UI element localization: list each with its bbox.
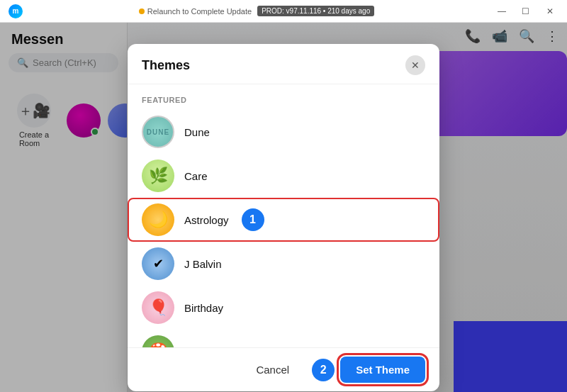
relaunch-dot	[139, 9, 145, 14]
set-theme-button[interactable]: Set Theme	[340, 357, 425, 383]
modal-footer: Cancel 2 Set Theme	[128, 347, 439, 391]
step1-badge: 1	[242, 208, 264, 231]
theme-icon-astrology: 🌙	[142, 203, 174, 236]
theme-name-astrology: Astrology	[184, 214, 229, 226]
minimize-button[interactable]: —	[490, 1, 513, 21]
step2-badge: 2	[312, 359, 335, 381]
theme-item-dune[interactable]: DUNE Dune	[128, 110, 439, 154]
dune-text: DUNE	[147, 128, 169, 136]
modal-close-button[interactable]: ✕	[405, 55, 425, 75]
app-icon: m	[9, 4, 23, 18]
modal-title: Themes	[142, 58, 190, 73]
theme-item-jbalvin[interactable]: ✔ J Balvin	[128, 242, 439, 286]
theme-name-cottagecore: Cottagecore	[184, 346, 242, 348]
theme-item-birthday[interactable]: 🎈 Birthday	[128, 286, 439, 330]
version-badge: PROD: v97.11.116 • 210 days ago	[257, 6, 374, 16]
theme-name-jbalvin: J Balvin	[184, 258, 222, 270]
care-inner: 🌿	[149, 167, 168, 185]
window-title-area: m	[0, 4, 23, 18]
theme-icon-dune: DUNE	[142, 116, 174, 148]
close-button[interactable]: ✕	[539, 1, 561, 21]
theme-icon-jbalvin: ✔	[142, 247, 174, 280]
astrology-inner: 🌙	[149, 211, 168, 229]
theme-item-cottagecore[interactable]: 🍄 Cottagecore	[128, 330, 439, 347]
theme-item-care[interactable]: 🌿 Care	[128, 154, 439, 198]
update-bar: Relaunch to Complete Update PROD: v97.11…	[139, 6, 374, 16]
jbalvin-inner: ✔	[153, 256, 164, 271]
window-controls: — ☐ ✕	[490, 1, 567, 21]
maximize-button[interactable]: ☐	[515, 1, 537, 21]
modal-header: Themes ✕	[128, 44, 439, 84]
theme-name-care: Care	[184, 170, 208, 182]
modal-overlay: Themes ✕ FEATURED DUNE Dune 🌿 Care	[0, 23, 567, 392]
theme-icon-cottagecore: 🍄	[142, 335, 174, 347]
birthday-inner: 🎈	[149, 298, 168, 317]
theme-item-astrology[interactable]: 🌙 Astrology 1	[128, 198, 439, 242]
cottagecore-inner: 🍄	[149, 342, 168, 347]
featured-label: FEATURED	[128, 93, 439, 110]
theme-name-birthday: Birthday	[184, 302, 223, 314]
cancel-button[interactable]: Cancel	[245, 358, 301, 381]
relaunch-text: Relaunch to Complete Update	[139, 7, 252, 16]
window-titlebar: m Relaunch to Complete Update PROD: v97.…	[0, 0, 567, 23]
theme-icon-care: 🌿	[142, 159, 174, 192]
themes-modal: Themes ✕ FEATURED DUNE Dune 🌿 Care	[128, 44, 439, 391]
modal-body: FEATURED DUNE Dune 🌿 Care	[128, 84, 439, 347]
theme-icon-birthday: 🎈	[142, 291, 174, 324]
theme-name-dune: Dune	[184, 126, 210, 138]
app-body: Messen 🔍 Search (Ctrl+K) ＋🎥 Create aRoom…	[0, 23, 567, 392]
